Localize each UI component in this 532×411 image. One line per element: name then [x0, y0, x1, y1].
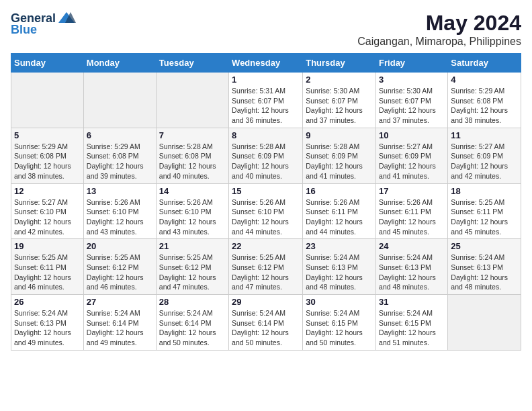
day-info: Sunrise: 5:26 AM Sunset: 6:10 PM Dayligh…: [159, 197, 226, 237]
day-cell: 27Sunrise: 5:24 AM Sunset: 6:14 PM Dayli…: [83, 295, 156, 351]
day-number: 3: [379, 75, 445, 85]
day-number: 1: [232, 75, 300, 85]
day-info: Sunrise: 5:27 AM Sunset: 6:10 PM Dayligh…: [14, 197, 81, 237]
day-number: 6: [87, 130, 153, 140]
month-title: May 2024: [357, 11, 521, 36]
day-info: Sunrise: 5:24 AM Sunset: 6:15 PM Dayligh…: [306, 308, 373, 348]
day-number: 7: [159, 130, 226, 140]
day-info: Sunrise: 5:29 AM Sunset: 6:08 PM Dayligh…: [14, 142, 81, 181]
week-row-5: 26Sunrise: 5:24 AM Sunset: 6:13 PM Dayli…: [11, 295, 521, 351]
header-monday: Monday: [83, 54, 156, 73]
day-number: 21: [159, 241, 226, 251]
logo-icon: [57, 11, 76, 26]
header-friday: Friday: [376, 54, 448, 73]
calendar-header-row: SundayMondayTuesdayWednesdayThursdayFrid…: [11, 54, 521, 73]
day-number: 23: [306, 241, 373, 251]
day-cell: 16Sunrise: 5:26 AM Sunset: 6:11 PM Dayli…: [303, 183, 376, 239]
day-info: Sunrise: 5:26 AM Sunset: 6:10 PM Dayligh…: [232, 197, 300, 237]
day-cell: 24Sunrise: 5:24 AM Sunset: 6:13 PM Dayli…: [376, 239, 448, 295]
calendar-table: SundayMondayTuesdayWednesdayThursdayFrid…: [11, 53, 521, 351]
day-info: Sunrise: 5:24 AM Sunset: 6:13 PM Dayligh…: [14, 308, 81, 348]
header-wednesday: Wednesday: [229, 54, 303, 73]
day-number: 16: [306, 186, 373, 196]
logo: General Blue: [11, 11, 76, 37]
day-info: Sunrise: 5:27 AM Sunset: 6:09 PM Dayligh…: [451, 142, 518, 181]
day-number: 5: [14, 130, 81, 140]
day-number: 18: [451, 186, 518, 196]
day-info: Sunrise: 5:26 AM Sunset: 6:11 PM Dayligh…: [306, 197, 373, 237]
day-info: Sunrise: 5:29 AM Sunset: 6:08 PM Dayligh…: [87, 142, 153, 181]
day-cell: 30Sunrise: 5:24 AM Sunset: 6:15 PM Dayli…: [303, 295, 376, 351]
day-number: 2: [306, 75, 373, 85]
day-number: 12: [14, 186, 81, 196]
day-info: Sunrise: 5:29 AM Sunset: 6:08 PM Dayligh…: [451, 86, 518, 126]
day-number: 30: [306, 297, 373, 307]
day-number: 19: [14, 241, 81, 251]
day-info: Sunrise: 5:24 AM Sunset: 6:15 PM Dayligh…: [379, 308, 445, 348]
day-cell: 5Sunrise: 5:29 AM Sunset: 6:08 PM Daylig…: [11, 128, 84, 183]
day-number: 29: [232, 297, 300, 307]
day-cell: 2Sunrise: 5:30 AM Sunset: 6:07 PM Daylig…: [303, 73, 376, 128]
day-cell: 25Sunrise: 5:24 AM Sunset: 6:13 PM Dayli…: [448, 239, 521, 295]
day-cell: 19Sunrise: 5:25 AM Sunset: 6:11 PM Dayli…: [11, 239, 84, 295]
day-info: Sunrise: 5:28 AM Sunset: 6:09 PM Dayligh…: [306, 142, 373, 181]
day-info: Sunrise: 5:25 AM Sunset: 6:12 PM Dayligh…: [232, 253, 300, 292]
day-cell: 28Sunrise: 5:24 AM Sunset: 6:14 PM Dayli…: [156, 295, 228, 351]
day-info: Sunrise: 5:24 AM Sunset: 6:13 PM Dayligh…: [379, 253, 445, 292]
day-number: 31: [379, 297, 445, 307]
day-number: 22: [232, 241, 300, 251]
day-number: 11: [451, 130, 518, 140]
day-number: 14: [159, 186, 226, 196]
day-cell: 12Sunrise: 5:27 AM Sunset: 6:10 PM Dayli…: [11, 183, 84, 239]
day-cell: 9Sunrise: 5:28 AM Sunset: 6:09 PM Daylig…: [303, 128, 376, 183]
day-cell: 13Sunrise: 5:26 AM Sunset: 6:10 PM Dayli…: [83, 183, 156, 239]
day-number: 8: [232, 130, 300, 140]
header-thursday: Thursday: [303, 54, 376, 73]
day-number: 17: [379, 186, 445, 196]
day-number: 28: [159, 297, 226, 307]
day-info: Sunrise: 5:26 AM Sunset: 6:11 PM Dayligh…: [379, 197, 445, 237]
location-title: Caigangan, Mimaropa, Philippines: [357, 36, 521, 48]
week-row-4: 19Sunrise: 5:25 AM Sunset: 6:11 PM Dayli…: [11, 239, 521, 295]
day-info: Sunrise: 5:30 AM Sunset: 6:07 PM Dayligh…: [306, 86, 373, 126]
day-info: Sunrise: 5:24 AM Sunset: 6:13 PM Dayligh…: [306, 253, 373, 292]
day-cell: [83, 73, 156, 128]
page-header: General Blue May 2024 Caigangan, Mimarop…: [11, 11, 521, 48]
week-row-1: 1Sunrise: 5:31 AM Sunset: 6:07 PM Daylig…: [11, 73, 521, 128]
week-row-3: 12Sunrise: 5:27 AM Sunset: 6:10 PM Dayli…: [11, 183, 521, 239]
day-number: 20: [87, 241, 153, 251]
day-info: Sunrise: 5:25 AM Sunset: 6:12 PM Dayligh…: [87, 253, 153, 292]
day-number: 13: [87, 186, 153, 196]
day-cell: 11Sunrise: 5:27 AM Sunset: 6:09 PM Dayli…: [448, 128, 521, 183]
day-info: Sunrise: 5:27 AM Sunset: 6:09 PM Dayligh…: [379, 142, 445, 181]
day-info: Sunrise: 5:28 AM Sunset: 6:09 PM Dayligh…: [232, 142, 300, 181]
day-cell: 8Sunrise: 5:28 AM Sunset: 6:09 PM Daylig…: [229, 128, 303, 183]
week-row-2: 5Sunrise: 5:29 AM Sunset: 6:08 PM Daylig…: [11, 128, 521, 183]
day-info: Sunrise: 5:25 AM Sunset: 6:11 PM Dayligh…: [14, 253, 81, 292]
day-cell: 26Sunrise: 5:24 AM Sunset: 6:13 PM Dayli…: [11, 295, 84, 351]
day-cell: 4Sunrise: 5:29 AM Sunset: 6:08 PM Daylig…: [448, 73, 521, 128]
header-tuesday: Tuesday: [156, 54, 228, 73]
day-cell: 17Sunrise: 5:26 AM Sunset: 6:11 PM Dayli…: [376, 183, 448, 239]
day-number: 25: [451, 241, 518, 251]
day-cell: 23Sunrise: 5:24 AM Sunset: 6:13 PM Dayli…: [303, 239, 376, 295]
day-cell: 1Sunrise: 5:31 AM Sunset: 6:07 PM Daylig…: [229, 73, 303, 128]
day-info: Sunrise: 5:30 AM Sunset: 6:07 PM Dayligh…: [379, 86, 445, 126]
day-number: 10: [379, 130, 445, 140]
day-number: 4: [451, 75, 518, 85]
day-cell: 18Sunrise: 5:25 AM Sunset: 6:11 PM Dayli…: [448, 183, 521, 239]
day-cell: 14Sunrise: 5:26 AM Sunset: 6:10 PM Dayli…: [156, 183, 228, 239]
day-cell: 29Sunrise: 5:24 AM Sunset: 6:14 PM Dayli…: [229, 295, 303, 351]
day-cell: 7Sunrise: 5:28 AM Sunset: 6:08 PM Daylig…: [156, 128, 228, 183]
day-info: Sunrise: 5:26 AM Sunset: 6:10 PM Dayligh…: [87, 197, 153, 237]
day-cell: 6Sunrise: 5:29 AM Sunset: 6:08 PM Daylig…: [83, 128, 156, 183]
day-number: 15: [232, 186, 300, 196]
day-cell: [448, 295, 521, 351]
day-info: Sunrise: 5:24 AM Sunset: 6:14 PM Dayligh…: [232, 308, 300, 348]
day-info: Sunrise: 5:31 AM Sunset: 6:07 PM Dayligh…: [232, 86, 300, 126]
day-info: Sunrise: 5:25 AM Sunset: 6:11 PM Dayligh…: [451, 197, 518, 237]
logo-blue-text: Blue: [11, 23, 37, 37]
day-number: 26: [14, 297, 81, 307]
header-saturday: Saturday: [448, 54, 521, 73]
day-cell: [11, 73, 84, 128]
